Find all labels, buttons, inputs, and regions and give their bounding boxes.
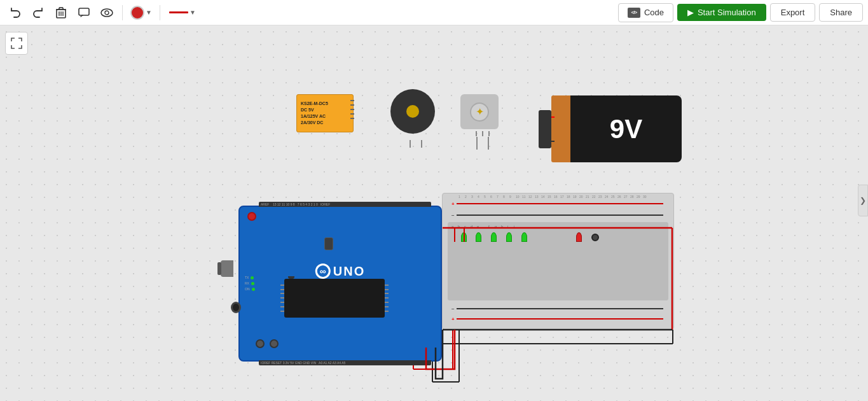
share-label: Share [830, 8, 852, 17]
relay-label: KS2E-M-DC5 DC 5V 1A/125V AC 2A/30V DC [301, 101, 328, 125]
color-dropdown-arrow: ▼ [146, 9, 152, 16]
breadboard[interactable]: + − a b c d e f g h [442, 193, 674, 330]
arduino-reset-button[interactable] [247, 212, 256, 221]
svg-point-9 [101, 9, 113, 17]
battery-component[interactable]: 9V [539, 95, 685, 162]
relay-component[interactable]: KS2E-M-DC5 DC 5V 1A/125V AC 2A/30V DC [296, 94, 354, 132]
chevron-right-icon: ❯ [860, 196, 866, 205]
buzzer-component[interactable] [390, 89, 441, 140]
led-1 [461, 232, 467, 242]
potentiometer-body: ✦ [460, 94, 499, 129]
led-2 [476, 232, 481, 242]
line-preview [169, 11, 188, 13]
redo-button[interactable] [28, 3, 48, 23]
battery-connector [539, 110, 551, 148]
share-button[interactable]: Share [819, 3, 863, 22]
pot-arrow-icon: ✦ [476, 106, 484, 118]
battery-terminal [551, 95, 570, 162]
battery-body: 9V [551, 95, 682, 162]
line-dropdown-arrow: ▼ [189, 9, 196, 16]
buzzer-center [406, 105, 419, 118]
svg-point-10 [105, 11, 109, 15]
buzzer-pins [410, 140, 422, 148]
play-icon: ▶ [687, 8, 694, 17]
arduino-uno[interactable]: AREF 13 12 11 10 9 8 7 6 5 4 3 2 1 0 IOR… [238, 206, 442, 362]
export-label: Export [781, 8, 805, 17]
code-button[interactable]: </> Code [618, 3, 673, 22]
potentiometer-component[interactable]: ✦ [460, 94, 505, 136]
canvas-area[interactable]: KS2E-M-DC5 DC 5V 1A/125V AC 2A/30V DC ✦ [0, 25, 868, 401]
toolbar-right: </> Code ▶ Start Simulation Export Share [618, 3, 863, 22]
svg-rect-8 [79, 8, 89, 15]
undo-button[interactable] [5, 3, 25, 23]
battery-label: 9V [570, 95, 682, 162]
code-icon: </> [628, 8, 640, 18]
fit-view-button[interactable] [5, 32, 28, 55]
battery-wire-black [551, 141, 555, 142]
color-picker-button[interactable]: ▼ [128, 3, 155, 22]
comment-button[interactable] [74, 3, 94, 23]
delete-button[interactable] [51, 3, 71, 23]
toolbar: ▼ ▼ </> Code ▶ Start Simulation Export S… [0, 0, 868, 25]
battery-wire-red [551, 116, 555, 118]
led-red [576, 232, 582, 242]
arduino-digital-pins: AREF 13 12 11 10 9 8 7 6 5 4 3 2 1 0 IOR… [259, 202, 431, 207]
code-label: Code [644, 8, 664, 17]
led-4 [506, 232, 512, 242]
export-button[interactable]: Export [770, 3, 816, 22]
arduino-body: AREF 13 12 11 10 9 8 7 6 5 4 3 2 1 0 IOR… [238, 206, 442, 362]
arduino-analog-pins: IOREF RESET 3.3V 5V GND GND VIN A0 A1 A2… [259, 360, 431, 365]
led-5 [521, 232, 527, 242]
simulation-label: Start Simulation [698, 8, 756, 17]
start-simulation-button[interactable]: ▶ Start Simulation [677, 4, 766, 21]
color-swatch [130, 6, 144, 20]
panel-collapse-button[interactable]: ❯ [858, 185, 868, 216]
visibility-button[interactable] [97, 3, 117, 23]
line-picker-button[interactable]: ▼ [165, 6, 200, 18]
potentiometer-pins [460, 131, 505, 136]
led-3 [491, 232, 497, 242]
push-button[interactable] [591, 234, 599, 241]
potentiometer-knob[interactable]: ✦ [470, 102, 489, 122]
buzzer-body [390, 89, 435, 134]
